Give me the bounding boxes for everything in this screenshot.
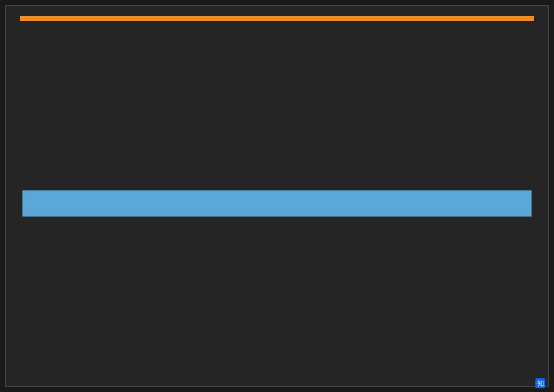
smx-row-bottom [22, 220, 532, 383]
gpu-block-diagram [5, 5, 549, 387]
giga-thread-engine [20, 16, 534, 21]
smx-row-top [22, 24, 532, 187]
pci-host-interface [9, 9, 545, 16]
l2-cache [22, 190, 532, 217]
core-area [22, 24, 532, 383]
memory-controller-column-left [9, 24, 20, 383]
main-area [9, 24, 545, 383]
memory-controller-column-right [534, 24, 545, 383]
